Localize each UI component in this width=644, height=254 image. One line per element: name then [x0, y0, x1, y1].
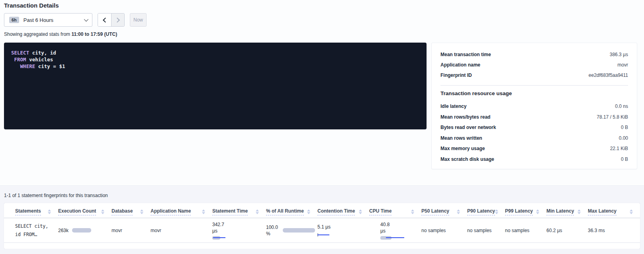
detail-value: 386.3 µs — [610, 52, 628, 57]
column-header-contention-time[interactable]: Contention Time — [317, 208, 369, 218]
cpu-time-value: 40.8 — [380, 221, 421, 228]
sort-icon[interactable] — [577, 209, 581, 214]
sort-icon[interactable] — [411, 209, 414, 214]
sort-icon[interactable] — [536, 209, 539, 214]
sort-icon[interactable] — [202, 209, 205, 214]
time-controls: 6h Past 6 Hours Now — [4, 13, 147, 27]
column-header-label: Database — [112, 208, 133, 215]
column-header-statement-time[interactable]: Statement Time — [212, 208, 266, 218]
column-header-min-latency[interactable]: Min Latency — [546, 208, 588, 218]
sql-text: vehicles — [26, 57, 53, 63]
column-header-database[interactable]: Database — [112, 208, 151, 218]
sort-icon[interactable] — [630, 209, 633, 214]
time-range-label: Past 6 Hours — [23, 17, 80, 23]
statement-time-value: 342.7 — [212, 221, 266, 228]
column-header-label: % of All Runtime — [266, 208, 304, 215]
p90-latency-cell: no samples — [467, 228, 505, 233]
detail-value: 0 B — [621, 156, 628, 162]
sort-icon[interactable] — [359, 209, 362, 214]
transaction-details-page: Transaction Details 6h Past 6 Hours Now … — [0, 0, 644, 254]
detail-label: Application name — [440, 62, 480, 68]
now-button[interactable]: Now — [130, 13, 147, 27]
transaction-details-card: Mean transaction time 386.3 µs Applicati… — [431, 43, 637, 169]
detail-label: Fingerprint ID — [440, 72, 472, 78]
statement-time-bar — [212, 236, 228, 240]
time-nav-group — [98, 13, 125, 27]
column-header-p50-latency[interactable]: P50 Latency — [421, 208, 467, 218]
contention-time-cell: 5.1 µs — [317, 224, 369, 236]
column-header-max-latency[interactable]: Max Latency — [588, 208, 640, 218]
detail-label: Max memory usage — [440, 146, 485, 151]
detail-value: 0.0 ns — [615, 104, 628, 109]
detail-value: 0 B — [621, 125, 628, 130]
column-header-p90-latency[interactable]: P90 Latency — [467, 208, 505, 218]
detail-label: Idle latency — [440, 104, 466, 109]
statements-table: Statements Execution Count Database Appl… — [4, 203, 640, 249]
caption-prefix: Showing aggregated stats from — [4, 31, 71, 37]
chevron-right-icon — [115, 18, 120, 23]
previous-time-button[interactable] — [98, 14, 111, 26]
chevron-down-icon — [84, 17, 88, 21]
time-range-dropdown[interactable]: 6h Past 6 Hours — [4, 13, 92, 27]
detail-row-max-memory-usage: Max memory usage 22.1 KiB — [440, 143, 628, 154]
table-row: SELECT city, id FROM… 263k movr movr 342… — [4, 218, 640, 243]
column-header-cpu-time[interactable]: CPU Time — [369, 208, 421, 218]
detail-row-mean-transaction-time: Mean transaction time 386.3 µs — [440, 49, 628, 60]
statement-link[interactable]: SELECT city, id FROM… — [15, 222, 58, 239]
execution-count-cell: 263k — [58, 228, 112, 233]
statement-text-line: SELECT city, — [15, 222, 58, 231]
sql-keyword: WHERE — [11, 63, 35, 69]
column-header-label: Execution Count — [58, 208, 96, 215]
chevron-left-icon — [103, 18, 108, 23]
database-cell: movr — [112, 228, 151, 233]
detail-value: 78.17 / 5.8 KiB — [597, 114, 628, 120]
max-latency-cell: 36.3 ms — [588, 228, 640, 233]
cpu-time-cell: 40.8 µs — [369, 221, 421, 240]
column-header-label: CPU Time — [369, 208, 391, 215]
statements-section: 1-1 of 1 statement fingerprints for this… — [0, 186, 644, 254]
contention-time-bar — [317, 233, 330, 236]
detail-label: Bytes read over network — [440, 125, 496, 130]
column-header-statements[interactable]: Statements — [15, 208, 58, 218]
column-header-label: Min Latency — [546, 208, 574, 215]
column-header-application-name[interactable]: Application Name — [151, 208, 212, 218]
sort-icon[interactable] — [495, 209, 498, 214]
application-name-cell: movr — [151, 228, 212, 233]
column-header-label: P90 Latency — [467, 208, 495, 215]
next-time-button[interactable] — [111, 14, 124, 26]
column-header-label: Statement Time — [212, 208, 248, 215]
statement-text-line: id FROM… — [15, 231, 58, 239]
sql-keyword: FROM — [11, 57, 26, 63]
detail-label: Mean rows written — [440, 135, 482, 141]
column-header-p99-latency[interactable]: P99 Latency — [505, 208, 546, 218]
sort-icon[interactable] — [140, 209, 143, 214]
sort-icon[interactable] — [48, 209, 51, 214]
detail-value: ee2df683f5aa9411 — [589, 72, 628, 78]
top-section: Transaction Details 6h Past 6 Hours Now … — [0, 0, 644, 186]
column-header-label: Application Name — [151, 208, 191, 215]
p50-latency-cell: no samples — [421, 228, 467, 233]
interval-badge: 6h — [9, 17, 19, 23]
sql-text: city = $1 — [35, 63, 65, 69]
execution-count-value: 263k — [58, 228, 69, 233]
detail-label: Mean rows/bytes read — [440, 114, 490, 120]
sort-icon[interactable] — [307, 209, 310, 214]
column-header-label: Max Latency — [588, 208, 617, 215]
sort-icon[interactable] — [256, 209, 259, 214]
detail-label: Mean transaction time — [440, 52, 491, 57]
sql-keyword: SELECT — [11, 50, 29, 56]
runtime-pct-bar — [283, 228, 315, 233]
column-header-execution-count[interactable]: Execution Count — [58, 208, 112, 218]
column-header-pct-of-all-runtime[interactable]: % of All Runtime — [266, 208, 317, 218]
column-header-label: P99 Latency — [505, 208, 533, 215]
divider — [440, 85, 628, 86]
detail-label: Max scratch disk usage — [440, 156, 494, 162]
column-header-label: Statements — [15, 208, 41, 215]
caption-range: 11:00 to 17:59 (UTC) — [71, 31, 117, 37]
aggregated-stats-caption: Showing aggregated stats from 11:00 to 1… — [4, 31, 117, 37]
sort-icon[interactable] — [457, 209, 460, 214]
runtime-pct-value: 100.0 — [266, 224, 278, 231]
detail-row-bytes-read-over-network: Bytes read over network 0 B — [440, 122, 628, 133]
sort-icon[interactable] — [101, 209, 104, 214]
p99-latency-cell: no samples — [505, 228, 546, 233]
